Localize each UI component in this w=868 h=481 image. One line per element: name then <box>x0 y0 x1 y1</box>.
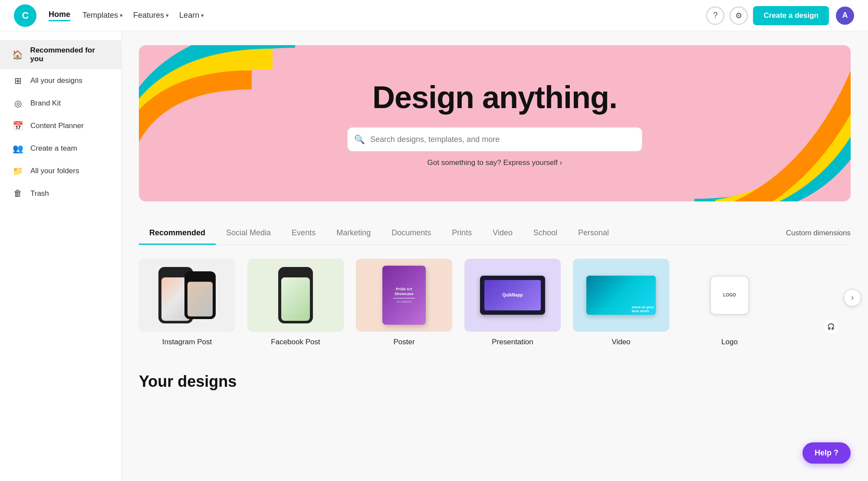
chevron-down-icon: ▾ <box>120 12 123 19</box>
avatar[interactable]: A <box>836 7 854 25</box>
hero-banner: Design anything. 🔍 Got something to say?… <box>139 45 851 201</box>
card-label-logo: Logo <box>721 338 738 346</box>
help-icon-button[interactable]: ? <box>706 7 724 25</box>
sidebar-label-recommended: Recommended for you <box>30 46 109 63</box>
chevron-down-icon: ▾ <box>166 12 169 19</box>
nav-features[interactable]: Features ▾ <box>133 11 169 20</box>
tab-recommended[interactable]: Recommended <box>139 222 216 245</box>
sidebar-item-all-folders[interactable]: 📁 All your folders <box>0 160 121 182</box>
search-wrapper: 🔍 <box>347 127 642 152</box>
nav-templates[interactable]: Templates ▾ <box>82 11 123 20</box>
sidebar-item-create-team[interactable]: 👥 Create a team <box>0 137 121 160</box>
sidebar-icon-all-designs: ⊞ <box>12 76 23 86</box>
card-label-video: Video <box>612 338 630 346</box>
search-input[interactable] <box>347 127 642 152</box>
sidebar-item-all-designs[interactable]: ⊞ All your designs <box>0 69 121 92</box>
tab-school[interactable]: School <box>523 222 568 245</box>
search-icon: 🔍 <box>354 134 365 145</box>
custom-dimensions-link[interactable]: Custom dimensions <box>786 223 851 244</box>
tab-social-media[interactable]: Social Media <box>216 222 281 245</box>
sidebar: 🏠 Recommended for you ⊞ All your designs… <box>0 31 122 481</box>
canva-logo[interactable]: C <box>14 4 36 27</box>
sidebar-icon-trash: 🗑 <box>12 188 23 198</box>
cards-next-arrow[interactable]: › <box>844 289 861 306</box>
sidebar-icon-content-planner: 📅 <box>12 121 23 131</box>
card-facebook-post[interactable]: 🎧 Facebook Post <box>247 259 344 346</box>
tab-events[interactable]: Events <box>281 222 326 245</box>
card-presentation[interactable]: QuikNapp Presentation <box>464 259 561 346</box>
sidebar-item-trash[interactable]: 🗑 Trash <box>0 182 121 204</box>
sidebar-label-all-designs: All your designs <box>30 76 82 85</box>
sidebar-label-create-team: Create a team <box>30 144 77 153</box>
sidebar-label-all-folders: All your folders <box>30 167 79 175</box>
express-yourself-link[interactable]: Got something to say? Express yourself › <box>427 158 562 167</box>
card-instagram-post[interactable]: Instagram Post <box>139 259 235 346</box>
card-image-facebook-post: 🎧 <box>247 259 344 332</box>
rainbow-right-decoration <box>694 45 851 201</box>
card-label-facebook-post: Facebook Post <box>271 338 320 346</box>
sidebar-label-brand-kit: Brand Kit <box>30 99 61 108</box>
sidebar-item-content-planner[interactable]: 📅 Content Planner <box>0 115 121 137</box>
card-logo[interactable]: LOGO Logo <box>681 259 778 346</box>
settings-icon-button[interactable]: ⚙ <box>730 7 748 25</box>
card-label-instagram-post: Instagram Post <box>162 338 212 346</box>
help-button[interactable]: Help ? <box>802 442 851 464</box>
sidebar-icon-create-team: 👥 <box>12 143 23 154</box>
main-layout: 🏠 Recommended for you ⊞ All your designs… <box>0 31 868 481</box>
sidebar-icon-all-folders: 📁 <box>12 166 23 176</box>
tab-video[interactable]: Video <box>482 222 523 245</box>
card-video[interactable]: show us yourbest shots Video <box>573 259 669 346</box>
create-design-button[interactable]: Create a design <box>753 6 829 25</box>
sidebar-icon-recommended: 🏠 <box>12 49 23 60</box>
sidebar-item-recommended[interactable]: 🏠 Recommended for you <box>0 40 121 69</box>
card-image-presentation: QuikNapp <box>464 259 561 332</box>
navbar: C Home Templates ▾ Features ▾ Learn ▾ ? … <box>0 0 868 31</box>
card-label-poster: Poster <box>393 338 414 346</box>
sidebar-label-trash: Trash <box>30 189 49 198</box>
card-image-logo: LOGO <box>681 259 778 332</box>
nav-learn[interactable]: Learn ▾ <box>179 11 204 20</box>
template-cards-row: Instagram Post 🎧 Facebook Post Pride Art… <box>139 259 851 346</box>
card-image-video: show us yourbest shots <box>573 259 669 332</box>
chevron-down-icon: ▾ <box>201 12 204 19</box>
card-poster[interactable]: Pride Art Showcase ALL MONTH Poster <box>356 259 452 346</box>
main-content: Design anything. 🔍 Got something to say?… <box>122 31 868 481</box>
card-image-poster: Pride Art Showcase ALL MONTH <box>356 259 452 332</box>
card-image-instagram-post <box>139 259 235 332</box>
sidebar-item-brand-kit[interactable]: ◎ Brand Kit <box>0 92 121 115</box>
nav-home[interactable]: Home <box>49 10 70 21</box>
tab-documents[interactable]: Documents <box>381 222 441 245</box>
tab-prints[interactable]: Prints <box>441 222 482 245</box>
tab-personal[interactable]: Personal <box>568 222 619 245</box>
logo-text: C <box>22 10 29 21</box>
category-tabs: RecommendedSocial MediaEventsMarketingDo… <box>139 222 851 245</box>
rainbow-left-decoration <box>139 45 295 201</box>
hero-title: Design anything. <box>372 79 617 115</box>
your-designs-title: Your designs <box>139 372 851 391</box>
card-label-presentation: Presentation <box>492 338 533 346</box>
tab-marketing[interactable]: Marketing <box>326 222 381 245</box>
sidebar-label-content-planner: Content Planner <box>30 122 84 130</box>
sidebar-icon-brand-kit: ◎ <box>12 98 23 109</box>
